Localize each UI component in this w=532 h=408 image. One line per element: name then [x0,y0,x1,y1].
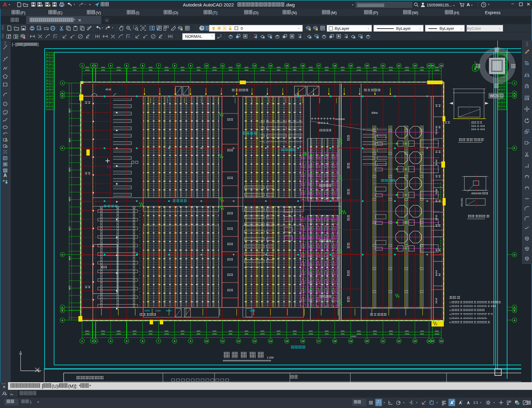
svg-text:23: 23 [414,340,416,343]
svg-text:16460: 16460 [435,333,439,335]
svg-text:8400: 8400 [229,66,232,68]
svg-text:8400: 8400 [245,66,248,68]
svg-text:6900: 6900 [389,333,393,335]
svg-text:4670: 4670 [69,226,71,231]
svg-text:6900: 6900 [373,69,377,71]
svg-text:B: B [514,309,515,312]
svg-text:8400: 8400 [341,66,345,68]
svg-text:20: 20 [366,64,368,67]
svg-text:11: 11 [221,340,224,343]
svg-text:8400: 8400 [197,66,200,68]
svg-text:6900: 6900 [420,333,424,335]
svg-text:8400: 8400 [101,66,105,68]
svg-text:8400: 8400 [85,330,89,332]
svg-text:8400: 8400 [213,330,216,332]
svg-text:6900: 6900 [245,333,248,335]
svg-text:6900: 6900 [389,69,393,71]
svg-text:6900: 6900 [277,69,280,71]
svg-text:6900: 6900 [133,333,136,335]
svg-text:13: 13 [253,340,256,343]
svg-text:6900: 6900 [325,69,329,71]
svg-text:H: H [514,92,515,95]
svg-text:6: 6 [142,340,144,343]
svg-text:8400: 8400 [149,66,152,68]
svg-text:6900: 6900 [293,69,297,71]
svg-text:25: 25 [431,340,434,343]
svg-text:?: ? [201,26,203,30]
svg-text:8400: 8400 [435,330,439,332]
svg-text:1: 1 [81,340,83,343]
svg-text:400X400: 400X400 [335,118,345,121]
svg-text:9: 9 [190,64,191,67]
svg-text:6900: 6900 [373,333,377,335]
svg-text:16460: 16460 [164,69,169,71]
svg-text:B: B [61,309,63,312]
svg-text:8400: 8400 [85,66,89,68]
svg-text:P: P [61,147,63,150]
svg-text:8400: 8400 [133,330,136,332]
svg-text:?: ? [483,3,485,7]
svg-text:3: 3 [95,340,97,343]
svg-text:16460: 16460 [116,333,121,335]
svg-text:3: 3 [95,64,97,67]
svg-text:4200: 4200 [144,309,150,312]
svg-text:16460: 16460 [357,333,361,335]
svg-text:12: 12 [237,64,240,67]
svg-text:8: 8 [174,340,175,343]
svg-text:8400: 8400 [309,330,313,332]
svg-text:14: 14 [269,340,272,343]
svg-text:D: D [514,253,515,256]
svg-text:6900: 6900 [181,69,184,71]
svg-text:6900: 6900 [325,333,329,335]
svg-text:6900: 6900 [341,333,345,335]
svg-text:16460: 16460 [85,69,89,71]
svg-text:8400: 8400 [133,66,136,68]
svg-text:J: J [62,82,63,85]
svg-text:1:200: 1:200 [267,356,274,359]
svg-text:6900: 6900 [197,333,200,335]
svg-text:xy: xy [55,36,57,38]
svg-text:10: 10 [205,340,208,343]
svg-text:8400: 8400 [357,330,361,332]
svg-text:8400: 8400 [277,66,280,68]
svg-text:19: 19 [349,64,352,67]
svg-text:5: 5 [126,64,128,67]
svg-text:8400: 8400 [229,330,232,332]
svg-text:16460: 16460 [85,333,89,335]
svg-text:A: A [61,319,63,322]
svg-text:16460: 16460 [308,69,313,71]
svg-text:6900: 6900 [229,69,232,71]
svg-text:6900: 6900 [197,69,200,71]
svg-text:8400: 8400 [325,66,329,68]
svg-text:8400: 8400 [325,330,329,332]
svg-text:4670: 4670 [69,256,71,260]
svg-text:4: 4 [110,340,112,343]
svg-text:7: 7 [158,64,160,67]
svg-text:2100: 2100 [420,66,424,68]
svg-text:6900: 6900 [133,69,136,71]
svg-text:8400: 8400 [181,330,184,332]
svg-text:16: 16 [301,340,304,343]
svg-text:16460: 16460 [164,333,169,335]
svg-text:8400: 8400 [261,66,264,68]
svg-text:8400: 8400 [117,330,120,332]
svg-text:22: 22 [398,340,400,343]
svg-text:18: 18 [333,64,336,67]
svg-text:G: G [61,95,63,98]
svg-text:8: 8 [174,64,175,67]
svg-text:G: G [514,95,515,98]
svg-text:4670: 4670 [69,138,71,142]
svg-text:8400: 8400 [435,66,439,68]
svg-text:12: 12 [237,340,240,343]
svg-text:8400: 8400 [261,330,264,332]
svg-text:8400: 8400 [341,330,345,332]
svg-text:200(180): 200(180) [461,198,463,207]
svg-text:6900: 6900 [101,333,105,335]
svg-text:10: 10 [205,64,208,67]
svg-text:9: 9 [190,340,191,343]
svg-text:6900: 6900 [277,333,280,335]
svg-text:8400: 8400 [165,330,168,332]
svg-text:6900: 6900 [245,69,248,71]
svg-text:16460: 16460 [404,333,409,335]
svg-text:4670: 4670 [69,197,71,201]
